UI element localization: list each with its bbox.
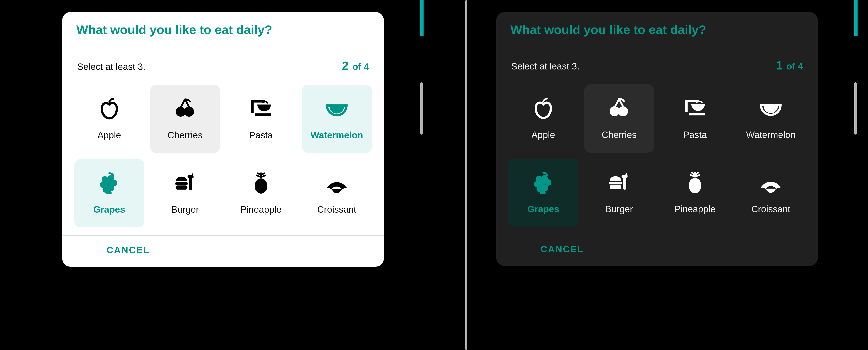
cancel-button[interactable]: CANCEL [62, 245, 150, 255]
selection-counter: 1 of 4 [776, 58, 803, 72]
dialog-footer: CANCEL [62, 235, 384, 267]
option-label: Pasta [249, 130, 273, 140]
option-label: Apple [97, 130, 121, 140]
option-pasta[interactable]: Pasta [660, 84, 730, 153]
grapes-icon [532, 172, 554, 194]
instruction-text: Select at least 3. [77, 61, 146, 72]
options-grid: AppleCherriesPastaWatermelonGrapesBurger… [62, 77, 384, 235]
option-apple[interactable]: Apple [508, 84, 578, 153]
selection-count: 1 [776, 59, 783, 72]
option-pineapple[interactable]: Pineapple [226, 159, 296, 227]
option-label: Grapes [527, 203, 559, 215]
option-pasta[interactable]: Pasta [226, 85, 296, 153]
option-label: Cherries [167, 130, 203, 140]
selection-dialog: What would you like to eat daily?Select … [496, 12, 818, 266]
option-burger[interactable]: Burger [150, 159, 220, 227]
options-grid: AppleCherriesPastaWatermelonGrapesBurger… [496, 76, 818, 235]
option-croissant[interactable]: Croissant [302, 159, 372, 227]
watermelon-icon [760, 98, 782, 120]
phone-mock-dark: What would you like to eat daily?Select … [468, 0, 854, 350]
cherries-icon [608, 98, 630, 120]
option-apple[interactable]: Apple [74, 85, 144, 153]
selection-of-label: of [352, 61, 361, 72]
pasta-icon [684, 98, 706, 120]
cherries-icon [174, 98, 196, 120]
option-label: Croissant [751, 203, 790, 215]
grapes-icon [98, 172, 120, 194]
apple-icon [532, 98, 554, 120]
selection-total: of 4 [350, 61, 369, 72]
selection-total: of 4 [784, 61, 803, 71]
option-label: Pasta [683, 129, 707, 140]
option-burger[interactable]: Burger [584, 159, 654, 227]
burger-icon [608, 172, 630, 194]
option-label: Cherries [601, 129, 637, 140]
croissant-icon [326, 172, 348, 194]
dialog-subheader: Select at least 3.1 of 4 [496, 45, 818, 76]
option-label: Watermelon [310, 130, 363, 140]
selection-of-label: of [786, 61, 795, 71]
dialog-title: What would you like to eat daily? [62, 12, 384, 46]
option-grapes[interactable]: Grapes [74, 159, 144, 227]
option-label: Pineapple [674, 203, 715, 215]
burger-icon [174, 172, 196, 194]
option-croissant[interactable]: Croissant [736, 159, 806, 227]
option-label: Burger [605, 203, 633, 215]
apple-icon [98, 98, 120, 120]
croissant-icon [760, 172, 782, 194]
pineapple-icon [250, 172, 272, 194]
option-label: Croissant [317, 204, 356, 215]
option-cherries[interactable]: Cherries [584, 84, 654, 153]
selection-total-value: 4 [798, 61, 803, 71]
phone-screen: What would you like to eat daily?Select … [468, 0, 854, 350]
phone-mock-light: What would you like to eat daily?Select … [34, 0, 420, 350]
phone-screen: What would you like to eat daily?Select … [34, 0, 420, 350]
option-label: Grapes [93, 204, 125, 215]
watermelon-icon [326, 98, 348, 120]
dialog-title: What would you like to eat daily? [496, 12, 818, 45]
instruction-text: Select at least 3. [511, 61, 580, 72]
pasta-icon [250, 98, 272, 120]
option-label: Apple [531, 129, 555, 140]
option-label: Watermelon [746, 129, 796, 140]
selection-total-value: 4 [364, 61, 369, 72]
option-pineapple[interactable]: Pineapple [660, 159, 730, 227]
option-label: Burger [171, 204, 199, 215]
selection-counter: 2 of 4 [342, 59, 369, 73]
dialog-footer: CANCEL [496, 235, 818, 266]
dialog-subheader: Select at least 3.2 of 4 [62, 46, 384, 77]
option-cherries[interactable]: Cherries [150, 85, 220, 153]
option-watermelon[interactable]: Watermelon [302, 85, 372, 153]
cancel-button[interactable]: CANCEL [496, 244, 584, 255]
selection-count: 2 [342, 59, 349, 72]
option-grapes[interactable]: Grapes [508, 159, 578, 227]
pineapple-icon [684, 172, 706, 194]
option-watermelon[interactable]: Watermelon [736, 84, 806, 153]
selection-dialog: What would you like to eat daily?Select … [62, 12, 384, 267]
option-label: Pineapple [240, 204, 281, 215]
